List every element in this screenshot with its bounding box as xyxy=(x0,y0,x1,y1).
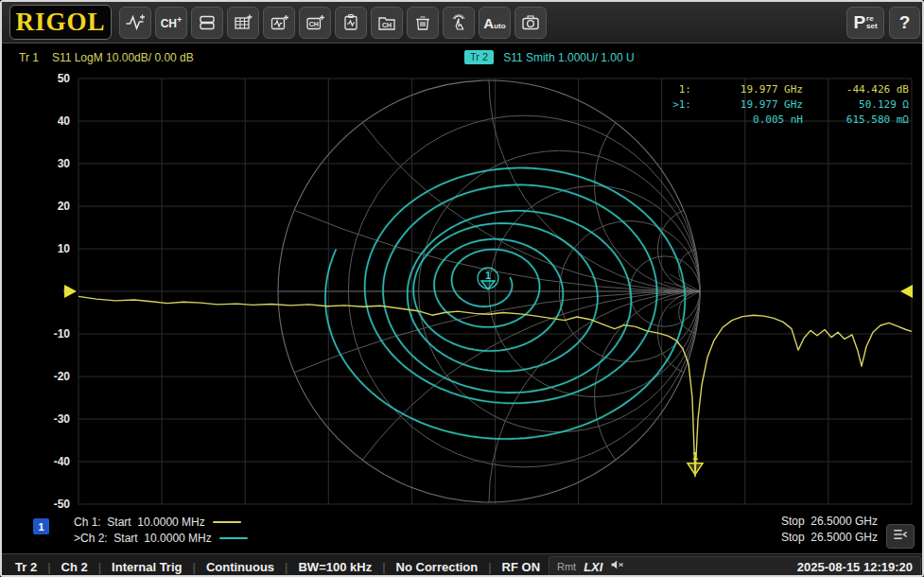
trace2-info[interactable]: Tr 2 S11 Smith 1.000U/ 1.00 U xyxy=(464,50,635,64)
window-number-badge: 1 xyxy=(33,518,49,534)
stop-frequencies: Stop 26.5000 GHz Stop 26.5000 GHz xyxy=(781,514,878,546)
trace2-active-badge: Tr 2 xyxy=(464,50,494,64)
marker-row: 0.005 nH 615.580 mΩ xyxy=(659,113,909,128)
svg-text:10: 10 xyxy=(58,242,71,255)
svg-text:50: 50 xyxy=(58,72,71,85)
svg-text:-20: -20 xyxy=(54,370,71,383)
trace1-label: Tr 1 xyxy=(19,51,39,64)
status-active-channel[interactable]: Ch 2 xyxy=(61,560,88,574)
status-rf[interactable]: RF ON xyxy=(502,560,540,574)
trace1-color-swatch xyxy=(213,521,241,523)
svg-text:20: 20 xyxy=(58,200,71,213)
channel1-label: Ch 1: Start 10.0000 MHz xyxy=(74,516,205,529)
stop1-label: Stop 26.5000 GHz xyxy=(781,514,878,530)
svg-text:-40: -40 xyxy=(54,455,71,468)
menu-collapse-icon xyxy=(890,525,911,548)
status-right-panel: Rmt LXI 2025-08-15 12:19:20 xyxy=(549,556,921,577)
status-items: Tr 2 | Ch 2 | Internal Trig | Continuous… xyxy=(15,554,540,577)
status-trigger[interactable]: Internal Trig xyxy=(112,560,182,574)
channel-row-1: Ch 1: Start 10.0000 MHz xyxy=(74,514,248,530)
svg-text:30: 30 xyxy=(58,157,71,170)
remote-indicator: Rmt xyxy=(557,561,576,572)
collapse-menu-button[interactable] xyxy=(886,524,915,549)
marker-row: 1: 19.977 GHz -44.426 dB xyxy=(659,82,909,97)
svg-text:1: 1 xyxy=(485,270,491,281)
stop2-label: Stop 26.5000 GHz xyxy=(781,530,878,546)
svg-text:-30: -30 xyxy=(54,412,71,426)
lxi-indicator: LXI xyxy=(584,560,602,574)
svg-text:40: 40 xyxy=(58,114,71,128)
channel-info: Ch 1: Start 10.0000 MHz >Ch 2: Start 10.… xyxy=(74,514,248,546)
status-bar: Tr 2 | Ch 2 | Internal Trig | Continuous… xyxy=(2,553,924,577)
speaker-muted-icon[interactable] xyxy=(610,558,625,575)
trace2-color-swatch xyxy=(219,537,248,539)
channel2-label: >Ch 2: Start 10.0000 MHz xyxy=(74,532,212,545)
trace2-detail: S11 Smith 1.000U/ 1.00 U xyxy=(503,51,635,64)
status-bandwidth[interactable]: BW=100 kHz xyxy=(298,560,372,574)
svg-text:-10: -10 xyxy=(54,327,71,341)
channel-row-2: >Ch 2: Start 10.0000 MHz xyxy=(74,530,248,546)
status-sweep-mode[interactable]: Continuous xyxy=(206,560,274,574)
marker-row: >1: 19.977 GHz 50.129 Ω xyxy=(659,97,909,113)
datetime-display: 2025-08-15 12:19:20 xyxy=(797,560,913,574)
trace1-info[interactable]: Tr 1 S11 LogM 10.00dB/ 0.00 dB xyxy=(19,51,194,64)
trace1-detail: S11 LogM 10.00dB/ 0.00 dB xyxy=(52,51,194,64)
marker-readout: 1: 19.977 GHz -44.426 dB >1: 19.977 GHz … xyxy=(659,82,909,128)
vna-screen: RIGOL CH+ CH CH Auto xyxy=(0,0,924,577)
status-correction[interactable]: No Correction xyxy=(396,560,479,574)
svg-text:-50: -50 xyxy=(54,498,71,511)
svg-text:1: 1 xyxy=(692,450,698,462)
status-active-trace[interactable]: Tr 2 xyxy=(15,560,37,574)
